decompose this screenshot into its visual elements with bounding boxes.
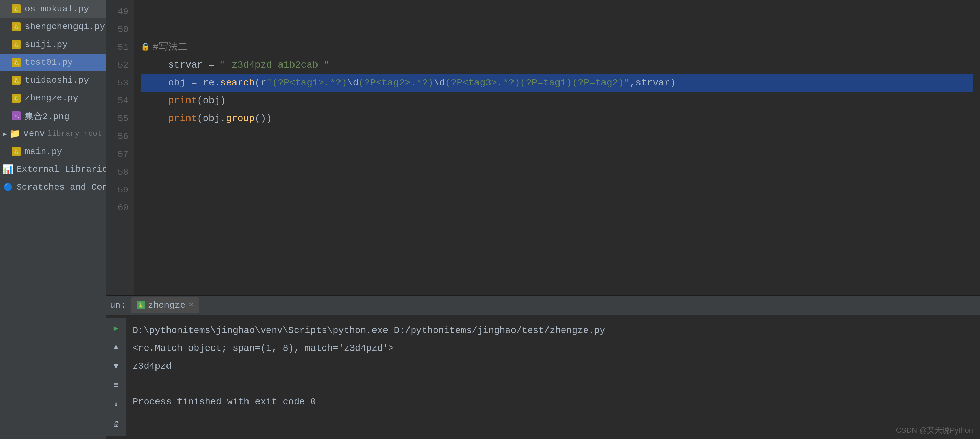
rerun-button[interactable]: ≡ bbox=[110, 379, 122, 391]
code-line-59 bbox=[141, 181, 973, 199]
fold-icon[interactable]: 🔒 bbox=[141, 38, 150, 56]
sidebar-item-jicheng2[interactable]: img 集合2.png bbox=[0, 107, 106, 125]
folder-icon: 📁 bbox=[10, 128, 20, 139]
scratches-icon: 🔵 bbox=[3, 182, 13, 192]
console-line-3: z3d4pzd bbox=[132, 357, 973, 375]
console-line-2: <re.Match object; span=(1, 8), match='z3… bbox=[132, 339, 973, 357]
console-line-4 bbox=[132, 375, 973, 393]
console-result-text: z3d4pzd bbox=[132, 357, 171, 375]
code-line-58 bbox=[141, 163, 973, 181]
sidebar-item-label: External Libraries bbox=[16, 164, 107, 174]
console-line-1: D:\pythonitems\jinghao\venv\Scripts\pyth… bbox=[132, 322, 973, 339]
code-line-54: print(obj) bbox=[141, 92, 973, 110]
code-editor[interactable]: 49 50 51 52 53 54 55 56 57 58 59 60 bbox=[107, 0, 980, 295]
sidebar-item-external-libraries[interactable]: 📊 External Libraries bbox=[0, 160, 106, 178]
sidebar-item-label: suiji.py bbox=[25, 40, 68, 50]
libraries-icon: 📊 bbox=[3, 164, 13, 174]
sidebar-item-venv[interactable]: ▶ 📁 venv library root bbox=[0, 125, 106, 143]
png-icon: img bbox=[11, 111, 21, 121]
sidebar-item-tuidaoshi[interactable]: 🐍 tuidaoshi.py bbox=[0, 71, 106, 89]
code-line-57 bbox=[141, 146, 973, 163]
stop-icon: ⬇ bbox=[114, 400, 118, 409]
code-lines[interactable]: 🔒#写法二 strvar = " z3d4pzd a1b2cab " obj =… bbox=[134, 0, 980, 295]
green-arrow-icon: ▶ bbox=[114, 323, 118, 333]
console-line-5: Process finished with exit code 0 bbox=[132, 393, 973, 411]
code-line-50 bbox=[141, 21, 973, 38]
py-icon: 🐍 bbox=[11, 57, 21, 68]
sidebar-item-label: venv bbox=[23, 128, 45, 139]
library-root-label: library root bbox=[48, 130, 102, 138]
sidebar-item-shengchengqi[interactable]: 🐍 shengchengqi.py bbox=[0, 18, 106, 36]
console-sidebar: ▶ ▲ ▼ ≡ ⬇ 🖨 bbox=[107, 318, 126, 436]
tab-close-button[interactable]: × bbox=[189, 301, 193, 309]
tab-py-icon: 🐍 bbox=[137, 301, 145, 309]
py-icon: 🐍 bbox=[11, 146, 21, 157]
watermark-text: CSDN @某天说Python bbox=[896, 426, 973, 434]
console-exit-text: Process finished with exit code 0 bbox=[132, 393, 316, 411]
sidebar-item-label: Scratches and Consoles bbox=[16, 182, 107, 192]
sidebar-item-main[interactable]: 🐍 main.py bbox=[0, 143, 106, 160]
run-label: un: bbox=[110, 300, 126, 311]
rerun-icon: ≡ bbox=[113, 380, 119, 391]
scroll-up-button[interactable]: ▲ bbox=[110, 341, 122, 353]
bottom-tabs: un: 🐍 zhengze × bbox=[107, 296, 980, 315]
sidebar-item-label: os-mokual.py bbox=[25, 4, 89, 14]
sidebar-item-label: 集合2.png bbox=[25, 110, 69, 122]
sidebar-item-label: test01.py bbox=[25, 57, 73, 68]
py-icon: 🐍 bbox=[11, 75, 21, 86]
code-line-51: 🔒#写法二 bbox=[141, 38, 973, 56]
tab-label: zhengze bbox=[148, 300, 185, 311]
line-numbers: 49 50 51 52 53 54 55 56 57 58 59 60 bbox=[107, 0, 134, 295]
sidebar-item-label: zhengze.py bbox=[25, 93, 78, 103]
sidebar-item-zhengze[interactable]: 🐍 zhengze.py bbox=[0, 89, 106, 107]
console-text: D:\pythonitems\jinghao\venv\Scripts\pyth… bbox=[126, 318, 980, 436]
py-icon: 🐍 bbox=[11, 22, 21, 32]
sidebar-item-test01[interactable]: 🐍 test01.py bbox=[0, 54, 106, 71]
code-line-53: obj = re.search(r"(?P<tag1>.*?)\d(?P<tag… bbox=[141, 74, 973, 92]
sidebar-item-scratches[interactable]: 🔵 Scratches and Consoles bbox=[0, 178, 106, 196]
stop-button[interactable]: ⬇ bbox=[110, 399, 122, 411]
sidebar-item-label: tuidaoshi.py bbox=[25, 75, 89, 86]
code-line-60 bbox=[141, 199, 973, 217]
editor-area: 49 50 51 52 53 54 55 56 57 58 59 60 bbox=[107, 0, 980, 439]
py-icon: 🐍 bbox=[11, 93, 21, 103]
code-line-55: print(obj.group()) bbox=[141, 110, 973, 128]
console-cmd-text: D:\pythonitems\jinghao\venv\Scripts\pyth… bbox=[132, 322, 605, 339]
code-line-49 bbox=[141, 3, 973, 21]
sidebar-item-os-mokual[interactable]: 🐍 os-mokual.py bbox=[0, 0, 106, 18]
sidebar-item-label: main.py bbox=[25, 146, 62, 157]
expand-arrow-icon: ▶ bbox=[3, 130, 7, 138]
run-again-button[interactable]: ▶ bbox=[110, 322, 122, 334]
trash-icon: 🖨 bbox=[112, 420, 120, 429]
trash-button[interactable]: 🖨 bbox=[110, 418, 122, 430]
bottom-panel: un: 🐍 zhengze × ▶ ▲ ▼ bbox=[107, 295, 980, 439]
py-icon: 🐍 bbox=[11, 4, 21, 14]
console-output-text: <re.Match object; span=(1, 8), match='z3… bbox=[132, 339, 394, 357]
sidebar-item-suiji[interactable]: 🐍 suiji.py bbox=[0, 36, 106, 54]
scroll-down-button[interactable]: ▼ bbox=[110, 360, 122, 372]
console-content: ▶ ▲ ▼ ≡ ⬇ 🖨 bbox=[107, 315, 980, 439]
py-icon: 🐍 bbox=[11, 40, 21, 50]
sidebar: 🐍 os-mokual.py 🐍 shengchengqi.py 🐍 suiji… bbox=[0, 0, 107, 439]
up-arrow-icon: ▲ bbox=[114, 342, 118, 352]
run-tab[interactable]: 🐍 zhengze × bbox=[132, 297, 199, 313]
sidebar-item-label: shengchengqi.py bbox=[25, 22, 105, 32]
code-line-52: strvar = " z3d4pzd a1b2cab " bbox=[141, 56, 973, 74]
code-line-56 bbox=[141, 128, 973, 146]
watermark: CSDN @某天说Python bbox=[896, 425, 973, 436]
down-arrow-icon: ▼ bbox=[114, 362, 118, 371]
